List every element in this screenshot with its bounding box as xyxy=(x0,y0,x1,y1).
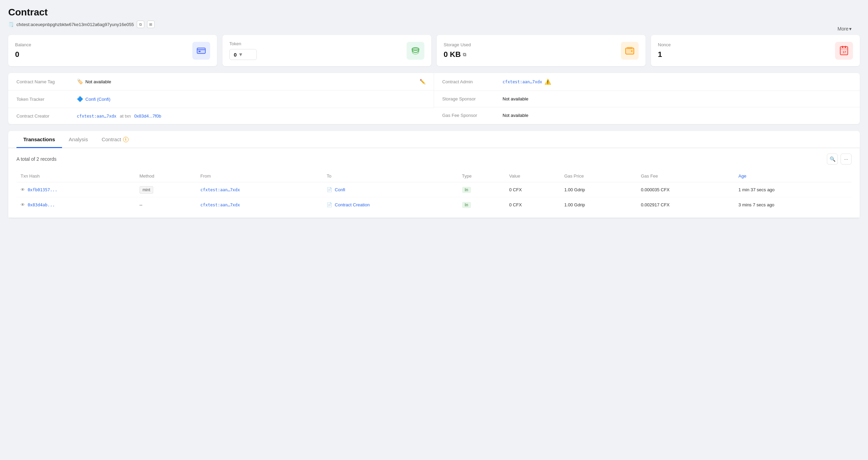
col-age: Age xyxy=(734,170,852,182)
more-dots-icon: ··· xyxy=(844,156,848,162)
tab-analysis[interactable]: Analysis xyxy=(62,131,95,148)
qr-icon: ⊞ xyxy=(149,22,152,27)
details-card: Contract Name Tag 🏷️ Not available ✏️ To… xyxy=(8,73,860,124)
method-cell: mint xyxy=(135,182,196,197)
nonce-icon: 17 xyxy=(835,42,853,60)
tabs-bar: Transactions Analysis Contract ℹ xyxy=(8,131,860,148)
txn-hash-cell: 👁 0x83d4ab... xyxy=(16,197,135,213)
tab-transactions[interactable]: Transactions xyxy=(16,131,62,148)
token-card: Token 0 ▾ xyxy=(222,35,431,66)
svg-point-9 xyxy=(631,50,632,52)
balance-value: 0 xyxy=(15,50,31,59)
col-txn-hash: Txn Hash xyxy=(16,170,135,182)
contract-address: cfxtest:aceuepnbpghzbktw67ke13m012a6ag97… xyxy=(16,22,134,27)
contract-creator-row: Contract Creator cfxtest:aan…7xdx at txn… xyxy=(8,108,434,124)
svg-rect-8 xyxy=(627,47,632,49)
txn-hash-link[interactable]: 0xfb01357... xyxy=(28,187,58,192)
from-link[interactable]: cfxtest:aan…7xdx xyxy=(200,187,240,192)
balance-card: Balance 0 xyxy=(8,35,217,66)
token-value: 0 xyxy=(234,52,237,58)
table-section: A total of 2 records 🔍 ··· Txn Hash Meth… xyxy=(8,148,860,218)
from-link[interactable]: cfxtest:aan…7xdx xyxy=(200,203,240,207)
from-cell: cfxtest:aan…7xdx xyxy=(196,197,322,213)
contract-admin-link[interactable]: cfxtest:aan…7xdx xyxy=(503,80,542,84)
token-select[interactable]: 0 ▾ xyxy=(229,49,257,60)
contract-name-tag-row: Contract Name Tag 🏷️ Not available ✏️ xyxy=(8,73,434,90)
storage-label: Storage Used xyxy=(444,42,471,47)
nonce-label: Nonce xyxy=(658,42,671,47)
at-txn-label: at txn xyxy=(120,113,131,119)
gas-price-cell: 1.00 Gdrip xyxy=(560,182,637,197)
more-label: More xyxy=(837,26,848,32)
type-cell: In xyxy=(458,182,505,197)
col-gas-price: Gas Price xyxy=(560,170,637,182)
contract-admin-label: Contract Admin xyxy=(442,79,497,84)
token-tracker-link[interactable]: Confi (Confi) xyxy=(85,97,110,102)
type-badge: In xyxy=(462,202,471,208)
svg-rect-0 xyxy=(197,48,205,53)
storage-sponsor-label: Storage Sponsor xyxy=(442,96,497,101)
more-button[interactable]: More ▾ xyxy=(837,26,852,32)
storage-sponsor-row: Storage Sponsor Not available xyxy=(434,91,860,107)
token-icon xyxy=(407,42,424,60)
edit-icon[interactable]: ✏️ xyxy=(420,79,425,84)
gas-fee-sponsor-label: Gas Fee Sponsor xyxy=(442,113,497,118)
tab-contract[interactable]: Contract ℹ xyxy=(95,131,135,148)
name-tag-icon: 🏷️ xyxy=(77,78,83,85)
value-cell: 0 CFX xyxy=(505,182,560,197)
to-cell: 📄 Confi xyxy=(323,182,458,197)
page-title: Contract xyxy=(8,7,860,18)
copy-icon: ⧉ xyxy=(139,22,142,27)
col-from: From xyxy=(196,170,322,182)
qr-code-button[interactable]: ⊞ xyxy=(147,21,155,28)
nonce-card: Nonce 1 17 xyxy=(651,35,860,66)
value-cell: 0 CFX xyxy=(505,197,560,213)
doc-icon: 📄 xyxy=(327,202,332,207)
contract-creator-address-link[interactable]: cfxtest:aan…7xdx xyxy=(77,114,117,119)
balance-icon xyxy=(192,42,210,60)
to-link[interactable]: Confi xyxy=(335,187,345,192)
type-badge: In xyxy=(462,187,471,193)
storage-icon xyxy=(621,42,639,60)
copy-address-button[interactable]: ⧉ xyxy=(137,21,144,28)
contract-creator-label: Contract Creator xyxy=(16,113,71,119)
col-method: Method xyxy=(135,170,196,182)
balance-label: Balance xyxy=(15,42,31,47)
gas-fee-sponsor-value: Not available xyxy=(503,113,528,118)
svg-rect-13 xyxy=(845,46,846,48)
from-cell: cfxtest:aan…7xdx xyxy=(196,182,322,197)
gas-price-cell: 1.00 Gdrip xyxy=(560,197,637,213)
method-badge: mint xyxy=(140,186,154,194)
to-link[interactable]: Contract Creation xyxy=(335,202,370,207)
txn-hash-cell: 👁 0xfb01357... xyxy=(16,182,135,197)
contract-creator-txn-link[interactable]: 0x83d4...7f0b xyxy=(134,113,161,119)
to-cell: 📄 Contract Creation xyxy=(323,197,458,213)
method-cell: -- xyxy=(135,197,196,213)
stats-row: Balance 0 Token 0 ▾ xyxy=(8,35,860,66)
more-options-button[interactable]: ··· xyxy=(841,154,852,165)
contract-tab-badge: ℹ xyxy=(123,137,129,142)
age-cell: 3 mins 7 secs ago xyxy=(734,197,852,213)
storage-copy-icon: ⧉ xyxy=(463,52,466,58)
contract-name-tag-value: Not available xyxy=(85,79,111,84)
nonce-value: 1 xyxy=(658,50,671,59)
token-tracker-label: Token Tracker xyxy=(16,97,71,102)
txn-hash-link[interactable]: 0x83d4ab... xyxy=(28,203,55,207)
token-tracker-row: Token Tracker 🔷 Confi (Confi) xyxy=(8,90,434,108)
method-dash: -- xyxy=(140,202,143,207)
tabs-section: Transactions Analysis Contract ℹ A total… xyxy=(8,131,860,218)
table-row: 👁 0xfb01357... mint cfxtest:aan…7xdx 📄 C… xyxy=(16,182,852,197)
eye-icon: 👁 xyxy=(21,202,25,207)
warning-icon: ⚠️ xyxy=(544,78,551,85)
svg-rect-2 xyxy=(198,51,201,52)
gas-fee-sponsor-row: Gas Fee Sponsor Not available xyxy=(434,107,860,123)
svg-rect-14 xyxy=(840,49,848,49)
search-button[interactable]: 🔍 xyxy=(827,154,838,165)
col-value: Value xyxy=(505,170,560,182)
contract-admin-row: Contract Admin cfxtest:aan…7xdx ⚠️ xyxy=(434,73,860,91)
doc-icon: 📄 xyxy=(327,187,332,192)
records-count: A total of 2 records xyxy=(16,156,57,162)
age-cell: 1 min 37 secs ago xyxy=(734,182,852,197)
search-icon: 🔍 xyxy=(830,156,835,162)
svg-text:17: 17 xyxy=(843,50,846,54)
